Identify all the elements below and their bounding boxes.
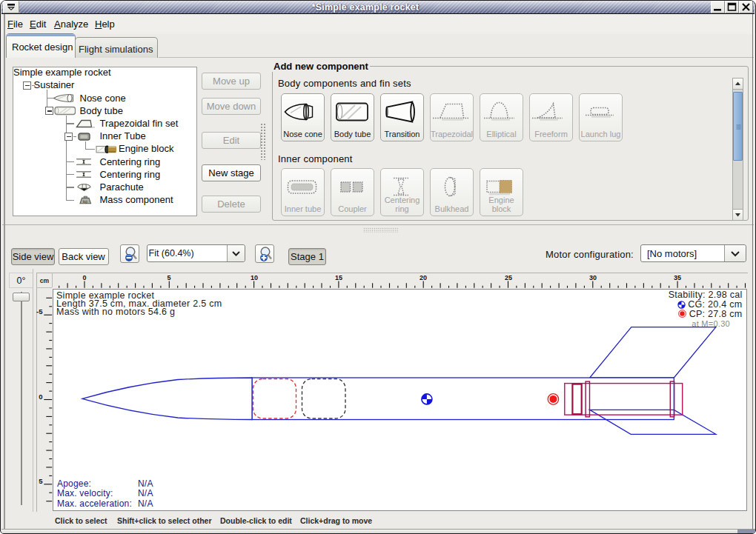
svg-text:kg: kg <box>83 199 87 204</box>
